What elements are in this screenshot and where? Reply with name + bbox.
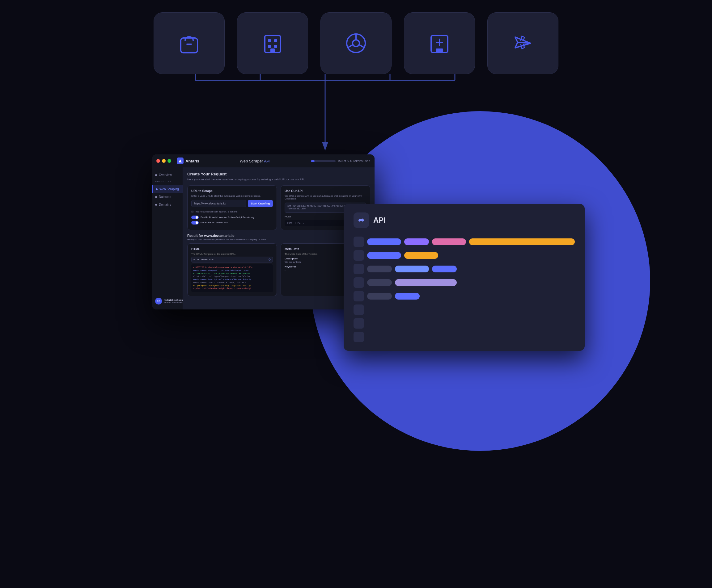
sidebar-user: RS roderick schuessler roderick.schuessl… [152, 295, 183, 307]
building-icon [259, 29, 286, 57]
template-label: HTML TEMPLATE [194, 258, 213, 261]
svg-line-11 [359, 44, 365, 48]
app-window: Antaris Web Scraper API 150 of 500 Token… [152, 154, 374, 310]
code-line-4: <link rel="icon" type="image/x-icon" hre… [193, 275, 271, 278]
api-rows [353, 236, 575, 342]
token-text: 150 of 500 Tokens used [338, 159, 370, 163]
chrome-card[interactable] [321, 12, 391, 74]
html-template-bar: HTML TEMPLATE ⬡ [191, 257, 273, 262]
title-bar: Antaris Web Scraper API 150 of 500 Token… [152, 154, 374, 167]
html-code-block: <!DOCTYPE html><html><head><meta charset… [191, 264, 273, 292]
api-row-1 [353, 236, 575, 247]
api-row-4 [353, 277, 575, 288]
api-pill-1b [404, 238, 429, 245]
toggle-row-2: Generate AI-Driven Data [191, 221, 273, 225]
toggle-ai-driven[interactable] [191, 221, 199, 225]
url-panel: URL to Scrape Enter a valid URL to start… [187, 185, 277, 230]
token-bar-fill [311, 160, 314, 162]
api-dot-6 [353, 304, 364, 315]
sidebar-item-domains[interactable]: Domains [152, 201, 183, 208]
title-bar-center: Web Scraper API [202, 158, 308, 164]
html-panel: HTML The HTML Template of the entered UR… [187, 243, 277, 296]
sidebar-item-datasets[interactable]: Datasets [152, 193, 183, 201]
api-dot-8 [353, 332, 364, 342]
token-info: 150 of 500 Tokens used [311, 159, 370, 163]
svg-rect-16 [436, 48, 443, 52]
expand-icon[interactable]: ⬡ [268, 258, 271, 261]
close-button[interactable] [156, 159, 160, 163]
icons-row [0, 0, 712, 74]
api-pill-3a [367, 266, 392, 272]
svg-point-9 [352, 40, 360, 47]
web-scraping-dot [156, 188, 158, 190]
svg-line-12 [347, 44, 353, 48]
api-row-8 [353, 332, 575, 342]
datasets-dot [155, 196, 157, 198]
code-line-7: <style>@font-face{font-display:swap;font… [193, 285, 271, 288]
page-title: Web Scraper API [240, 159, 271, 163]
api-icon-box [353, 212, 369, 228]
url-input[interactable] [191, 200, 246, 207]
shopping-card[interactable] [154, 12, 225, 74]
api-pill-1a [367, 238, 401, 245]
minimize-button[interactable] [162, 159, 166, 163]
api-row-5 [353, 291, 575, 301]
api-row-3 [353, 264, 575, 274]
api-pill-1c [432, 238, 466, 245]
api-pill-2a [367, 252, 401, 259]
result-title: Result for www.dev.antaris.io [187, 234, 370, 237]
api-pill-3b [395, 266, 429, 272]
code-line-5: <meta name="description" content="We are… [193, 278, 271, 281]
api-dot-7 [353, 318, 364, 329]
api-card-header: API [353, 212, 575, 228]
sidebar-item-overview[interactable]: Overview [152, 171, 183, 179]
api-pill-5b [395, 293, 420, 299]
toggle-js-rendering[interactable] [191, 215, 199, 219]
code-snippet: curl -x PO... [287, 222, 304, 224]
token-bar-bg [311, 160, 335, 162]
code-line-3: <title>Antaris - The place for Market Re… [193, 272, 271, 275]
api-row-6 [353, 304, 575, 315]
api-row-2 [353, 250, 575, 261]
api-pill-5a [367, 293, 392, 299]
maximize-button[interactable] [167, 159, 171, 163]
result-desc: Here you can see the response for the au… [187, 238, 370, 241]
api-dot-2 [353, 250, 364, 261]
main-area: Antaris Web Scraper API 150 of 500 Token… [0, 142, 712, 351]
web-scraping-label: Web Scraping [160, 187, 179, 191]
api-card-title: API [373, 216, 386, 225]
toggle-row-1: Enable AI Web Unlocker & JavaScript Rend… [191, 215, 273, 219]
api-row-7 [353, 318, 575, 329]
svg-rect-1 [186, 44, 192, 45]
products-section-label: PRODUCTS [152, 179, 183, 184]
code-line-6: <meta name="robots" content="index, foll… [193, 281, 271, 285]
api-dot-4 [353, 277, 364, 288]
toggle-js-label: Enable AI Web Unlocker & JavaScript Rend… [201, 216, 254, 219]
api-pill-4b [395, 279, 457, 286]
app-logo-icon [177, 158, 184, 164]
overview-dot [155, 174, 157, 176]
create-request-title: Create Your Request [187, 172, 370, 176]
result-panels: HTML The HTML Template of the entered UR… [187, 243, 370, 296]
html-subtitle: The HTML Template of the entered URL. [191, 253, 273, 255]
code-line-1: <!DOCTYPE html><html><head><meta charset… [193, 266, 271, 269]
app-name: Antaris [185, 159, 199, 163]
sidebar-item-web-scraping[interactable]: Web Scraping [152, 185, 183, 193]
url-panel-title: URL to Scrape [191, 189, 273, 193]
shopping-bag-icon [175, 29, 203, 57]
create-request-desc: Here you can start the automated web scr… [187, 177, 370, 182]
start-crawling-button[interactable]: Start Crawling [248, 200, 273, 207]
api-pill-4a [367, 279, 392, 286]
hospital-icon [426, 29, 453, 57]
hospital-card[interactable] [404, 12, 475, 74]
api-box-icon [357, 216, 366, 225]
url-input-row: Start Crawling [191, 200, 273, 207]
traffic-lights [156, 159, 171, 163]
airplane-card[interactable] [487, 12, 558, 74]
svg-rect-7 [270, 48, 275, 52]
building-card[interactable] [237, 12, 308, 74]
html-panel-title: HTML [191, 247, 273, 251]
api-panel-desc: We offer a sample API to use our automat… [285, 194, 366, 200]
toggle-ai-label: Generate AI-Driven Data [201, 221, 228, 224]
api-card: API [344, 204, 585, 351]
